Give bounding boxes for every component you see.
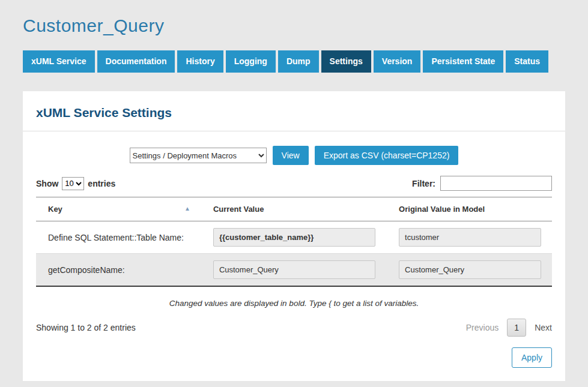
next-page-button[interactable]: Next	[535, 323, 552, 332]
filter-control: Filter:	[412, 176, 552, 191]
page-number-button[interactable]: 1	[507, 319, 526, 337]
panel-heading: xUML Service Settings	[36, 106, 552, 120]
export-csv-button[interactable]: Export as CSV (charset=CP1252)	[315, 146, 459, 165]
filter-label: Filter:	[412, 179, 435, 188]
table-row: getCompositeName:	[36, 254, 552, 287]
table-header-row: Key ▲ Current Value Original Value in Mo…	[36, 197, 552, 221]
tab-version[interactable]: Version	[374, 50, 421, 73]
toolbar: Settings / Deployment Macros View Export…	[36, 146, 552, 165]
table-controls: Show 10 entries Filter:	[36, 176, 552, 191]
panel-body: Settings / Deployment Macros View Export…	[23, 146, 565, 381]
table-row: Define SQL Statement::Table Name:	[36, 221, 552, 254]
apply-button[interactable]: Apply	[512, 347, 552, 368]
entries-summary: Showing 1 to 2 of 2 entries	[36, 323, 136, 332]
settings-panel: xUML Service Settings Settings / Deploym…	[23, 91, 565, 381]
table-footer: Showing 1 to 2 of 2 entries Previous 1 N…	[36, 319, 552, 337]
original-value-input	[399, 260, 541, 279]
tab-logging[interactable]: Logging	[226, 50, 276, 73]
column-header-original-value[interactable]: Original Value in Model	[387, 197, 552, 221]
column-header-key-label: Key	[48, 205, 62, 214]
tab-bar: xUML Service Documentation History Loggi…	[23, 50, 565, 73]
column-header-current-value[interactable]: Current Value	[201, 197, 387, 221]
tab-persistent-state[interactable]: Persistent State	[423, 50, 503, 73]
view-button[interactable]: View	[273, 146, 309, 165]
current-value-input[interactable]	[213, 260, 375, 279]
filter-input[interactable]	[440, 176, 552, 191]
current-value-input[interactable]	[213, 228, 375, 247]
show-entries-prefix-label: Show	[36, 179, 58, 188]
page-title: Customer_Query	[23, 16, 565, 36]
show-entries-suffix-label: entries	[88, 179, 115, 188]
original-value-input	[399, 228, 541, 247]
row-key-label: getCompositeName:	[36, 254, 201, 287]
column-header-key[interactable]: Key ▲	[36, 197, 201, 221]
hint-text: Changed values are displayed in bold. Ty…	[36, 299, 552, 308]
apply-row: Apply	[36, 347, 552, 368]
macro-category-select[interactable]: Settings / Deployment Macros	[130, 148, 267, 163]
row-key-label: Define SQL Statement::Table Name:	[36, 221, 201, 254]
tab-documentation[interactable]: Documentation	[97, 50, 175, 73]
pagination: Previous 1 Next	[466, 319, 552, 337]
tab-status[interactable]: Status	[506, 50, 548, 73]
tab-dump[interactable]: Dump	[278, 50, 319, 73]
tab-xuml-service[interactable]: xUML Service	[23, 50, 95, 73]
show-entries: Show 10 entries	[36, 177, 115, 190]
page-length-select[interactable]: 10	[62, 177, 84, 190]
previous-page-button[interactable]: Previous	[466, 323, 499, 332]
tab-settings[interactable]: Settings	[321, 50, 371, 73]
sort-ascending-icon: ▲	[184, 205, 190, 212]
panel-header: xUML Service Settings	[23, 91, 565, 131]
settings-table: Key ▲ Current Value Original Value in Mo…	[36, 197, 552, 287]
tab-history[interactable]: History	[177, 50, 223, 73]
page: Customer_Query xUML Service Documentatio…	[0, 0, 588, 381]
